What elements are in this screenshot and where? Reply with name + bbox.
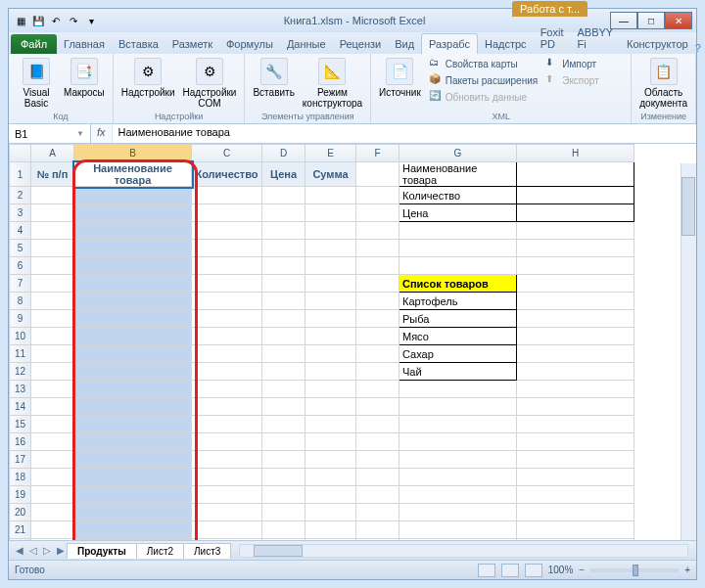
cell-A2[interactable] xyxy=(31,187,74,204)
row-header[interactable]: 10 xyxy=(10,328,31,345)
cell-G17[interactable] xyxy=(400,451,517,469)
cell-E9[interactable] xyxy=(306,310,356,328)
cell-B2[interactable] xyxy=(74,187,192,204)
cell-D9[interactable] xyxy=(262,310,306,328)
cell-E16[interactable] xyxy=(306,433,356,451)
cell-B15[interactable] xyxy=(74,416,192,433)
tab-addins[interactable]: Надстрс xyxy=(478,34,534,54)
cell-E4[interactable] xyxy=(306,222,356,240)
row-header[interactable]: 5 xyxy=(10,240,31,257)
cell-C3[interactable] xyxy=(192,204,262,222)
save-icon[interactable]: 💾 xyxy=(30,13,46,28)
vertical-scrollbar[interactable] xyxy=(681,163,696,540)
zoom-in-button[interactable]: + xyxy=(684,565,690,575)
tab-review[interactable]: Рецензи xyxy=(333,34,389,54)
cell-A18[interactable] xyxy=(31,469,74,486)
cell-H6[interactable] xyxy=(517,257,634,275)
cell-G10[interactable]: Мясо xyxy=(400,328,517,345)
cell-C15[interactable] xyxy=(192,416,262,433)
row-header[interactable]: 18 xyxy=(10,469,31,486)
xml-export-button[interactable]: ⬆Экспорт xyxy=(543,72,601,88)
cell-H5[interactable] xyxy=(517,240,634,257)
cell-G5[interactable] xyxy=(400,240,517,257)
cell-G3[interactable]: Цена xyxy=(400,204,517,222)
cell-E22[interactable] xyxy=(306,539,356,541)
row-header[interactable]: 17 xyxy=(10,451,31,469)
col-header-c[interactable]: C xyxy=(192,145,262,162)
cell-B14[interactable] xyxy=(74,398,192,416)
cell-G1[interactable]: Наименование товара xyxy=(400,162,517,187)
cell-G14[interactable] xyxy=(400,398,517,416)
cell-B20[interactable] xyxy=(74,504,192,521)
cell-G11[interactable]: Сахар xyxy=(400,345,517,363)
vscroll-thumb[interactable] xyxy=(682,177,695,236)
cell-C14[interactable] xyxy=(192,398,262,416)
cell-E13[interactable] xyxy=(306,381,356,398)
cell-E17[interactable] xyxy=(306,451,356,469)
cell-C1[interactable]: Количество xyxy=(192,162,262,187)
cell-A19[interactable] xyxy=(31,486,74,504)
cell-B8[interactable] xyxy=(74,293,192,310)
cell-E2[interactable] xyxy=(306,187,356,204)
cell-B16[interactable] xyxy=(74,433,192,451)
refresh-data-button[interactable]: 🔄Обновить данные xyxy=(427,89,540,105)
insert-control-button[interactable]: 🔧Вставить xyxy=(251,56,296,111)
row-header[interactable]: 20 xyxy=(10,504,31,521)
cell-F15[interactable] xyxy=(356,416,400,433)
cell-H2[interactable] xyxy=(517,187,634,204)
cell-A12[interactable] xyxy=(31,363,74,381)
cell-F1[interactable] xyxy=(356,162,400,187)
cell-E10[interactable] xyxy=(306,328,356,345)
cell-G16[interactable] xyxy=(400,433,517,451)
file-tab[interactable]: Файл xyxy=(11,34,57,54)
name-box[interactable]: B1 ▼ xyxy=(9,124,91,143)
cell-D6[interactable] xyxy=(262,257,306,275)
cell-D14[interactable] xyxy=(262,398,306,416)
cell-G13[interactable] xyxy=(400,381,517,398)
cell-H9[interactable] xyxy=(517,310,634,328)
cell-F21[interactable] xyxy=(356,521,400,539)
tab-layout[interactable]: Разметк xyxy=(165,34,219,54)
cell-F13[interactable] xyxy=(356,381,400,398)
cell-F12[interactable] xyxy=(356,363,400,381)
cell-F11[interactable] xyxy=(356,345,400,363)
cell-H12[interactable] xyxy=(517,363,634,381)
cell-F3[interactable] xyxy=(356,204,400,222)
cell-A14[interactable] xyxy=(31,398,74,416)
row-header[interactable]: 6 xyxy=(10,257,31,275)
cell-A10[interactable] xyxy=(31,328,74,345)
row-header[interactable]: 13 xyxy=(10,381,31,398)
cell-C10[interactable] xyxy=(192,328,262,345)
view-page-break-button[interactable] xyxy=(525,564,542,577)
cell-C13[interactable] xyxy=(192,381,262,398)
cell-C21[interactable] xyxy=(192,521,262,539)
cell-A13[interactable] xyxy=(31,381,74,398)
cell-G19[interactable] xyxy=(400,486,517,504)
close-button[interactable]: ✕ xyxy=(665,12,692,29)
cell-C11[interactable] xyxy=(192,345,262,363)
cell-B7[interactable] xyxy=(74,275,192,293)
cell-H19[interactable] xyxy=(517,486,634,504)
cell-A17[interactable] xyxy=(31,451,74,469)
document-area-button[interactable]: 📋Область документа xyxy=(637,56,689,111)
chevron-down-icon[interactable]: ▼ xyxy=(76,129,84,138)
cell-F16[interactable] xyxy=(356,433,400,451)
cell-F19[interactable] xyxy=(356,486,400,504)
row-header[interactable]: 2 xyxy=(10,187,31,204)
cell-C17[interactable] xyxy=(192,451,262,469)
cell-B21[interactable] xyxy=(74,521,192,539)
zoom-level[interactable]: 100% xyxy=(548,565,574,575)
cell-D18[interactable] xyxy=(262,469,306,486)
expansion-packs-button[interactable]: 📦Пакеты расширения xyxy=(427,72,540,88)
row-header[interactable]: 8 xyxy=(10,293,31,310)
xml-import-button[interactable]: ⬇Импорт xyxy=(543,56,601,71)
cell-D22[interactable] xyxy=(262,539,306,541)
cell-A15[interactable] xyxy=(31,416,74,433)
col-header-a[interactable]: A xyxy=(31,145,74,162)
cell-C7[interactable] xyxy=(192,275,262,293)
cell-G21[interactable] xyxy=(400,521,517,539)
cell-C4[interactable] xyxy=(192,222,262,240)
sheet-tab-active[interactable]: Продукты xyxy=(67,543,137,559)
cell-E5[interactable] xyxy=(306,240,356,257)
tab-constructor[interactable]: Конструктор xyxy=(620,34,695,54)
